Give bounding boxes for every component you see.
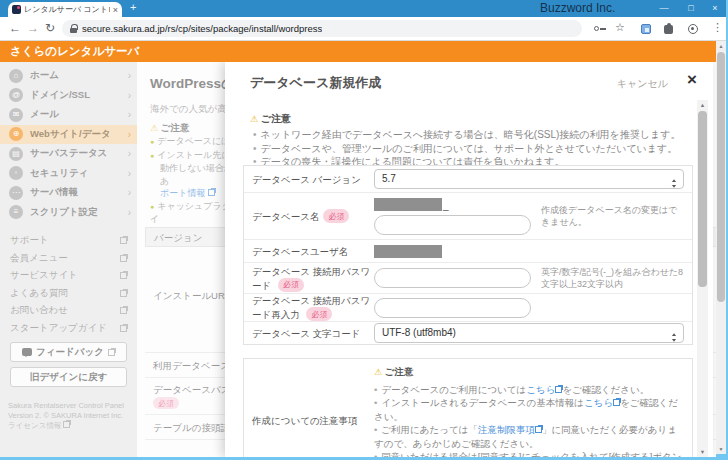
- notes-content: ⚠ ご注意 •データベースのご利用についてはこちらをご確認ください。 •インスト…: [374, 365, 684, 457]
- tab-title: レンタルサーバ コントロールパネル: [24, 4, 110, 15]
- https-lock-icon: [70, 28, 77, 33]
- page-scrollbar-thumb[interactable]: [717, 52, 725, 302]
- modal-scrollbar-thumb[interactable]: [698, 111, 707, 287]
- page-scrollbar[interactable]: ▲ ▼: [716, 41, 726, 454]
- db-password-note: 英字/数字/記号(-_)を組み合わせた8文字以上32文字以内: [531, 266, 684, 290]
- row-db-user: データベースユーザ名: [244, 240, 692, 263]
- new-tab-button[interactable]: +: [130, 1, 136, 13]
- restrictions-link[interactable]: 注意制限事項: [478, 424, 542, 435]
- scroll-up-icon[interactable]: ▲: [716, 41, 726, 51]
- db-password-confirm-input[interactable]: [374, 298, 531, 318]
- cancel-button[interactable]: キャンセル: [617, 77, 668, 91]
- site-title: さくらのレンタルサーバ: [10, 45, 139, 57]
- browser-titlebar: レンタルサーバ コントロールパネル × + Buzzword Inc. — □ …: [0, 0, 726, 17]
- row-db-password-confirm: データベース 接続用パスワード再入力 必須: [244, 294, 692, 322]
- back-button[interactable]: ←: [9, 21, 21, 35]
- row-db-version: データベース バージョン 5.7: [244, 166, 692, 193]
- browser-toolbar: ← → ↻ secure.sakura.ad.jp/rs/cp/sites/pa…: [0, 17, 726, 41]
- scroll-down-icon[interactable]: ▼: [697, 447, 708, 457]
- url-text: secure.sakura.ad.jp/rs/cp/sites/package/…: [82, 23, 322, 34]
- modal-scrollbar[interactable]: ▲ ▼: [697, 100, 708, 457]
- row-db-password: データベース 接続用パスワード 必須 英字/数字/記号(-_)を組み合わせた8文…: [244, 263, 692, 294]
- window-maximize-button[interactable]: □: [682, 0, 700, 17]
- select-arrows-icon: [671, 330, 677, 345]
- site-header: さくらのレンタルサーバ: [0, 41, 716, 62]
- required-badge: 必須: [278, 278, 304, 292]
- site-favicon-icon: [12, 5, 21, 14]
- forward-button[interactable]: →: [27, 21, 39, 35]
- required-badge: 必須: [323, 209, 349, 223]
- browser-tab[interactable]: レンタルサーバ コントロールパネル ×: [8, 2, 122, 17]
- profile-avatar-icon[interactable]: [688, 24, 698, 34]
- select-arrows-icon: [671, 176, 677, 191]
- browser-menu-icon[interactable]: ⋮: [712, 21, 723, 34]
- browser-window: レンタルサーバ コントロールパネル × + Buzzword Inc. — □ …: [0, 0, 726, 457]
- extension-blue-icon[interactable]: [641, 24, 651, 34]
- row-db-charset: データベース 文字コード UTF-8 (utf8mb4): [244, 322, 692, 344]
- required-badge: 必須: [306, 307, 332, 321]
- create-database-modal: データベース新規作成 キャンセル × ⚠ ご注意 •ネットワーク経由でデータベー…: [225, 62, 713, 457]
- db-charset-select[interactable]: UTF-8 (utf8mb4): [374, 323, 684, 343]
- modal-notice-title: ⚠ ご注意: [250, 112, 291, 126]
- db-version-select[interactable]: 5.7: [374, 169, 684, 189]
- tab-close-icon[interactable]: ×: [113, 5, 118, 15]
- password-key-icon[interactable]: [594, 26, 599, 31]
- db-name-input[interactable]: [374, 215, 531, 235]
- extensions-puzzle-icon[interactable]: [664, 25, 673, 34]
- redacted-db-prefix: [374, 198, 442, 211]
- url-bar[interactable]: secure.sakura.ad.jp/rs/cp/sites/package/…: [62, 20, 582, 37]
- warning-icon: ⚠: [250, 114, 258, 124]
- modal-title: データベース新規作成: [250, 74, 381, 92]
- db-name-note: 作成後データベース名の変更はできません。: [531, 204, 684, 228]
- close-icon[interactable]: ×: [687, 70, 697, 90]
- notes-label: 作成についての注意事項: [252, 365, 374, 457]
- creation-notes-box: 作成についての注意事項 ⚠ ご注意 •データベースのご利用についてはこちらをご確…: [243, 358, 693, 457]
- window-minimize-button[interactable]: —: [655, 0, 673, 17]
- db-password-input[interactable]: [374, 268, 531, 288]
- window-title: Buzzword Inc.: [540, 0, 645, 17]
- database-form: データベース バージョン 5.7 データベース名必須 _: [243, 165, 693, 345]
- db-basic-info-link[interactable]: こちら: [584, 397, 620, 408]
- row-db-name: データベース名必須 _ 作成後データベース名の変更はできません。: [244, 193, 692, 240]
- scroll-down-icon[interactable]: ▼: [716, 444, 726, 454]
- bookmark-star-icon[interactable]: ☆: [615, 21, 625, 34]
- scroll-up-icon[interactable]: ▲: [697, 100, 708, 110]
- modal-header: データベース新規作成 キャンセル ×: [225, 62, 713, 100]
- redacted-db-user: [374, 245, 442, 258]
- page: ⌂ ホーム › @ ドメイン/SSL › ✉ メール › ⊕ Webサイト/デー…: [0, 62, 716, 457]
- modal-notice-list: •ネットワーク経由でデータベースへ接続する場合は、暗号化(SSL)接続の利用を推…: [253, 128, 681, 169]
- db-usage-link[interactable]: こちら: [526, 384, 562, 395]
- warning-icon: ⚠: [374, 367, 382, 377]
- window-close-button[interactable]: ×: [706, 0, 724, 17]
- reload-button[interactable]: ↻: [45, 21, 55, 35]
